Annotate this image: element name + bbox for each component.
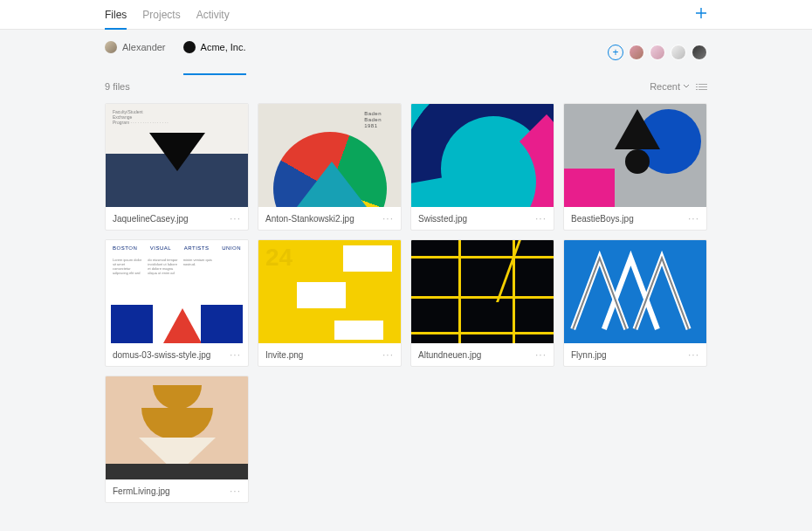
file-thumbnail: [106, 376, 248, 479]
file-card[interactable]: Altundneuen.jpg ···: [410, 239, 554, 367]
plus-icon: +: [612, 46, 618, 59]
org-label: Alexander: [122, 42, 166, 52]
file-thumbnail: [564, 104, 706, 207]
org-tab-acme[interactable]: Acme, Inc.: [183, 30, 246, 75]
file-card[interactable]: Flynn.jpg ···: [563, 239, 707, 367]
file-thumbnail: Baden Baden 1981: [258, 104, 401, 207]
file-card[interactable]: BOSTON VISUAL ARTISTS UNION Lorem ipsum …: [105, 239, 249, 367]
tab-files[interactable]: Files: [105, 0, 127, 29]
file-name: JaquelineCasey.jpg: [113, 214, 189, 224]
collaborator-avatar[interactable]: [692, 45, 707, 60]
file-thumbnail: [411, 104, 554, 207]
list-icon: [698, 84, 707, 85]
top-nav: Files Projects Activity: [105, 0, 230, 29]
list-icon: [698, 89, 707, 90]
top-bar: Files Projects Activity: [0, 0, 812, 30]
file-name: Invite.png: [265, 350, 303, 360]
file-card[interactable]: 24 Invite.png ···: [258, 239, 402, 367]
filter-bar: 9 files Recent: [105, 75, 707, 98]
plus-icon: [695, 7, 707, 19]
tab-projects[interactable]: Projects: [142, 0, 180, 29]
file-more-button[interactable]: ···: [688, 212, 699, 224]
file-thumbnail: [564, 240, 706, 343]
file-name: domus-03-swiss-style.jpg: [113, 350, 210, 360]
file-card[interactable]: Swissted.jpg ···: [410, 103, 554, 231]
thumb-text: Baden Baden 1981: [364, 111, 382, 130]
file-more-button[interactable]: ···: [230, 212, 241, 224]
file-more-button[interactable]: ···: [382, 212, 394, 224]
avatar-icon: [105, 41, 117, 53]
file-name: BeastieBoys.jpg: [571, 214, 634, 224]
tab-activity[interactable]: Activity: [196, 0, 230, 29]
file-more-button[interactable]: ···: [688, 348, 699, 361]
org-tabs: Alexander Acme, Inc.: [105, 30, 246, 75]
file-count: 9 files: [105, 81, 130, 92]
sub-bar: Alexander Acme, Inc. +: [105, 30, 707, 75]
main-area: Alexander Acme, Inc. + 9 files Recent: [0, 30, 812, 531]
list-icon: [698, 86, 707, 87]
file-grid: Faculty/StudentExchangeProgram · · · · ·…: [105, 103, 707, 503]
file-thumbnail: Faculty/StudentExchangeProgram · · · · ·…: [106, 104, 248, 207]
file-card[interactable]: Baden Baden 1981 Anton-Stankowski2.jpg ·…: [258, 103, 402, 231]
file-more-button[interactable]: ···: [230, 348, 241, 361]
collaborator-avatar[interactable]: [629, 45, 644, 60]
new-file-button[interactable]: [695, 7, 707, 23]
file-thumbnail: 24: [258, 240, 401, 343]
file-card[interactable]: BeastieBoys.jpg ···: [563, 103, 707, 231]
sort-controls: Recent: [650, 81, 707, 92]
org-label: Acme, Inc.: [201, 42, 246, 52]
file-more-button[interactable]: ···: [535, 348, 547, 361]
collaborator-avatar[interactable]: [650, 45, 665, 60]
file-name: Anton-Stankowski2.jpg: [265, 214, 354, 224]
file-name: Swissted.jpg: [418, 214, 467, 224]
list-view-toggle[interactable]: [698, 84, 707, 90]
file-card[interactable]: Faculty/StudentExchangeProgram · · · · ·…: [105, 103, 249, 231]
thumb-text: 24: [265, 244, 292, 272]
thumb-text: BOSTON VISUAL ARTISTS UNION: [113, 245, 241, 251]
collaborator-avatar[interactable]: [671, 45, 686, 60]
file-name: Flynn.jpg: [571, 350, 607, 360]
sort-dropdown[interactable]: Recent: [650, 81, 690, 92]
file-more-button[interactable]: ···: [382, 348, 394, 361]
add-collaborator-button[interactable]: +: [608, 45, 623, 60]
file-card[interactable]: FermLiving.jpg ···: [105, 376, 249, 503]
avatar-icon: [183, 41, 196, 53]
file-name: FermLiving.jpg: [113, 486, 170, 496]
file-thumbnail: BOSTON VISUAL ARTISTS UNION Lorem ipsum …: [106, 240, 248, 343]
sort-label: Recent: [650, 81, 680, 92]
file-more-button[interactable]: ···: [535, 212, 547, 224]
file-name: Altundneuen.jpg: [418, 350, 481, 360]
file-more-button[interactable]: ···: [230, 485, 241, 497]
thumb-text: Faculty/StudentExchangeProgram · · · · ·…: [113, 109, 205, 125]
org-tab-personal[interactable]: Alexander: [105, 30, 166, 75]
collaborators: +: [608, 45, 707, 60]
file-thumbnail: [411, 240, 554, 343]
chevron-down-icon: [683, 84, 690, 89]
